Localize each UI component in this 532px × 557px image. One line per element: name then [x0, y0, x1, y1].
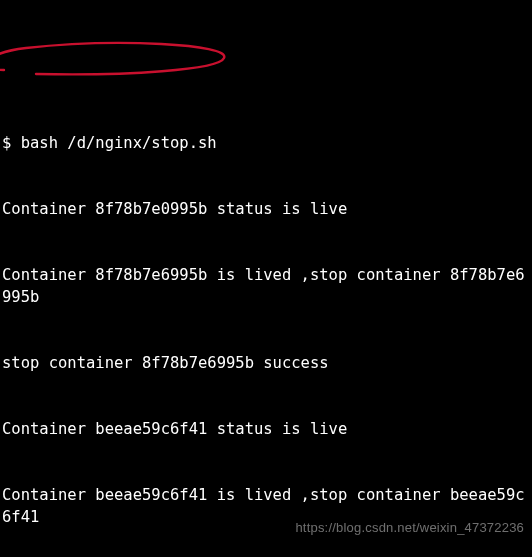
- output-line: Container 8f78b7e0995b status is live: [2, 198, 530, 220]
- prompt: $: [2, 134, 21, 152]
- command-text: bash /d/nginx/stop.sh: [21, 134, 217, 152]
- highlight-annotation: [0, 0, 246, 36]
- output-line: Container 8f78b7e6995b is lived ,stop co…: [2, 264, 530, 308]
- output-line: Container beeae59c6f41 status is live: [2, 418, 530, 440]
- watermark-text: https://blog.csdn.net/weixin_47372236: [295, 517, 524, 539]
- command-line: $ bash /d/nginx/stop.sh: [2, 132, 530, 154]
- output-line: stop container 8f78b7e6995b success: [2, 352, 530, 374]
- terminal-output[interactable]: $ bash /d/nginx/stop.sh Container 8f78b7…: [0, 88, 532, 557]
- circle-icon: [0, 36, 246, 80]
